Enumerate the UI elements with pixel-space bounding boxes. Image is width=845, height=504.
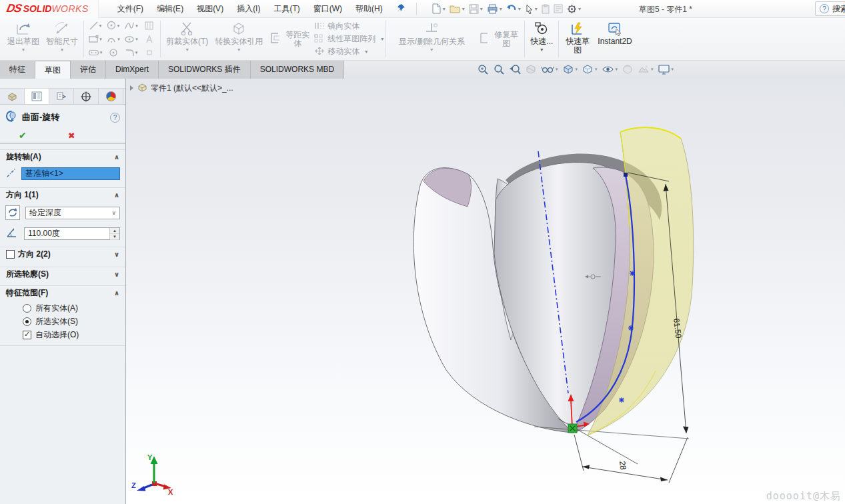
trim-entities-icon: [179, 20, 195, 37]
chevron-down-icon: ∨: [111, 209, 116, 216]
menu-insert[interactable]: 插入(I): [230, 1, 267, 17]
tab-solidworks-addins[interactable]: SOLIDWORKS 插件: [159, 61, 251, 79]
undo-icon[interactable]: ▾: [505, 3, 522, 15]
search-box[interactable]: ? 搜索: [815, 1, 845, 16]
model-3d-tulip-surface[interactable]: 61.50 28: [126, 79, 845, 504]
save-icon[interactable]: ▾: [468, 3, 484, 15]
configurationmanager-tab[interactable]: [49, 89, 74, 104]
convert-entities-button[interactable]: 转换实体引用 ▾: [211, 18, 266, 60]
rectangle-tool-icon[interactable]: ▾: [86, 33, 104, 46]
previous-view-icon[interactable]: [507, 63, 523, 76]
feature-scope-section[interactable]: 特征范围(F) ∧: [0, 285, 125, 300]
menu-file[interactable]: 文件(F): [111, 1, 150, 17]
zoom-fit-icon[interactable]: [475, 63, 491, 76]
hide-show-items-icon[interactable]: ▾: [600, 63, 620, 76]
reverse-direction-button[interactable]: [5, 205, 20, 220]
move-entities-icon: [313, 47, 325, 57]
tab-features[interactable]: 特征: [0, 61, 35, 79]
tab-dimxpert[interactable]: DimXpert: [106, 61, 159, 79]
expand-chevron-icon[interactable]: ∨: [114, 271, 119, 278]
trim-entities-button[interactable]: 剪裁实体(T) ▾: [163, 18, 211, 60]
section-view-icon: [523, 63, 539, 76]
tab-evaluate[interactable]: 评估: [71, 61, 106, 79]
collapse-chevron-icon[interactable]: ∧: [114, 289, 119, 297]
pin-menu-icon[interactable]: [395, 3, 407, 15]
dimxpertmanager-tab[interactable]: [74, 89, 99, 104]
view-orientation-icon[interactable]: ▾: [560, 63, 580, 76]
display-delete-relations-button[interactable]: 显示/删除几何关系 ▾: [388, 18, 475, 60]
move-entities-button[interactable]: 移动实体 ▾: [313, 45, 383, 58]
endpoint-coincident-marker[interactable]: [568, 424, 577, 433]
menu-help[interactable]: 帮助(H): [349, 1, 389, 17]
spline-endpoint-handle[interactable]: [624, 173, 628, 177]
collapse-chevron-icon[interactable]: ∧: [114, 153, 119, 161]
print-icon[interactable]: ▾: [486, 3, 504, 15]
exit-sketch-button[interactable]: 退出草图 ▾: [4, 18, 43, 60]
options-gear-icon[interactable]: ▾: [566, 3, 582, 15]
linear-pattern-button[interactable]: 线性草图阵列 ▾: [313, 33, 383, 45]
ok-button[interactable]: ✔: [19, 130, 27, 141]
logo-works: WORKS: [51, 3, 88, 14]
axis-selection-field[interactable]: 基准轴<1>: [21, 167, 120, 180]
direction2-checkbox[interactable]: [6, 250, 15, 259]
spline-tool-icon[interactable]: ▾: [122, 19, 140, 33]
pm-title: 曲面-旋转: [22, 111, 59, 123]
auto-select-option[interactable]: 自动选择(O): [23, 328, 79, 341]
direction2-section[interactable]: 方向 2(2) ∨: [0, 247, 125, 261]
direction1-label: 方向 1(1): [6, 189, 39, 201]
move-entities-label: 移动实体: [327, 46, 359, 57]
expand-chevron-icon[interactable]: ∨: [114, 251, 119, 258]
propertymanager-tab[interactable]: [25, 89, 49, 104]
arc-tool-icon[interactable]: ▾: [104, 33, 122, 46]
end-condition-dropdown[interactable]: 给定深度 ∨: [25, 207, 120, 219]
plane-tool-icon[interactable]: [140, 46, 158, 59]
text-tool-icon[interactable]: [140, 33, 158, 46]
select-cursor-icon[interactable]: ▾: [524, 3, 539, 15]
graphics-viewport[interactable]: 零件1 (默认<<默认>_...: [126, 79, 845, 504]
menu-edit[interactable]: 编辑(E): [150, 1, 190, 17]
sketch-picture-icon[interactable]: [140, 19, 158, 33]
displaymanager-tab[interactable]: [99, 89, 123, 104]
radio-unchecked[interactable]: [23, 304, 31, 313]
offset-entities-button[interactable]: 等距实 体: [266, 31, 313, 48]
pm-help-icon[interactable]: ?: [110, 113, 120, 123]
selected-bodies-option[interactable]: 所选实体(S): [23, 315, 78, 328]
angle-input[interactable]: 110.00度 ▲▼: [24, 227, 120, 240]
display-delete-relations-label: 显示/删除几何关系: [399, 37, 465, 46]
new-document-icon[interactable]: ▾: [430, 2, 447, 15]
view-settings-icon[interactable]: ▾: [656, 63, 676, 76]
dynamic-annotation-icon[interactable]: ▾: [539, 63, 560, 76]
quick-snaps-button[interactable]: 快速... ▾: [527, 18, 556, 60]
slot-tool-icon[interactable]: ▾: [86, 46, 104, 59]
selected-contours-section[interactable]: 所选轮廓(S) ∨: [0, 267, 125, 281]
tab-sketch[interactable]: 草图: [35, 61, 71, 79]
checkbox-checked[interactable]: [23, 331, 31, 339]
zoom-area-icon[interactable]: [491, 63, 507, 76]
smart-dimension-button[interactable]: 智能尺寸 ▾: [43, 18, 81, 60]
radio-checked[interactable]: [23, 317, 31, 326]
collapse-chevron-icon[interactable]: ∧: [114, 191, 119, 199]
axis-of-revolution-section[interactable]: 旋转轴(A) ∧: [0, 149, 125, 164]
display-style-icon[interactable]: ▾: [580, 63, 600, 76]
featuremanager-tab[interactable]: [0, 89, 25, 104]
all-bodies-option[interactable]: 所有实体(A): [23, 301, 78, 315]
mirror-entities-button[interactable]: 镜向实体: [313, 20, 383, 33]
rapid-sketch-button[interactable]: 快速草 图: [561, 18, 594, 60]
point-tool-icon[interactable]: [104, 46, 122, 59]
line-tool-icon[interactable]: ▾: [86, 19, 104, 33]
cancel-button[interactable]: ✖: [68, 131, 75, 141]
ellipse-tool-icon[interactable]: ▾: [122, 33, 140, 46]
menu-view[interactable]: 视图(V): [190, 1, 230, 17]
repair-sketch-button[interactable]: 修复草 图: [475, 31, 522, 48]
menu-window[interactable]: 窗口(W): [307, 1, 349, 17]
instant2d-button[interactable]: Instant2D: [594, 18, 635, 60]
spinner-buttons[interactable]: ▲▼: [109, 228, 119, 239]
fillet-tool-icon[interactable]: ▾: [122, 46, 140, 59]
direction1-section[interactable]: 方向 1(1) ∧: [0, 187, 125, 202]
dimension-28[interactable]: 28: [574, 435, 688, 483]
instant2d-icon: [607, 20, 623, 37]
open-icon[interactable]: ▾: [448, 3, 466, 15]
tab-solidworks-mbd[interactable]: SOLIDWORKS MBD: [251, 61, 344, 79]
menu-tools[interactable]: 工具(T): [267, 1, 306, 17]
circle-tool-icon[interactable]: ▾: [104, 19, 122, 33]
